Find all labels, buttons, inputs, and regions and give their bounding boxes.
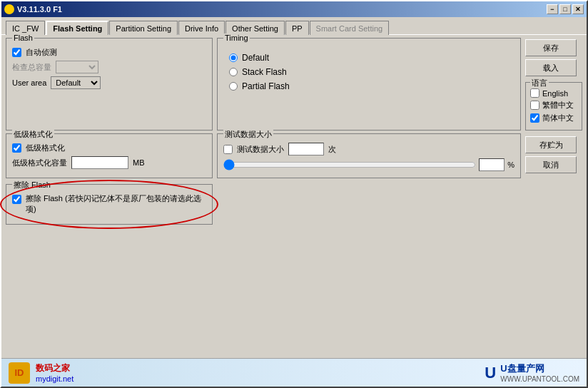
check-total-dropdown xyxy=(56,61,98,73)
lowformat-label: 低级格式化 xyxy=(26,143,65,153)
lang-simp-label: 简体中文 xyxy=(542,113,574,123)
tab-flash-setting[interactable]: Flash Setting xyxy=(46,21,108,35)
title-bar-title: V3.11.3.0 F1 xyxy=(4,4,62,14)
footer-right-info: U xyxy=(485,364,496,382)
upper-section: Flash 自动侦测 检查总容量 User area Default xyxy=(6,38,521,131)
testdata-input[interactable] xyxy=(288,143,324,155)
footer-left: ID 数码之家 mydigit.net xyxy=(9,362,74,384)
footer-right-text-block: U盘量产网 WWW.UPANTOOL.COM xyxy=(500,362,579,383)
footer-right-site: U盘量产网 xyxy=(500,362,579,375)
timing-stack-radio[interactable] xyxy=(229,68,238,76)
timing-partial-radio[interactable] xyxy=(229,82,238,91)
user-area-label: User area xyxy=(12,78,46,87)
footer-right-logo: U xyxy=(485,364,496,382)
testdata-checkbox-row: 测试数据大小 次 xyxy=(223,143,514,155)
erase-checkbox[interactable] xyxy=(12,195,21,204)
erase-section: 擦除 Flash 擦除 Flash (若快闪记忆体不是原厂包装的请选此选项) xyxy=(6,184,213,225)
app-icon xyxy=(4,4,14,14)
close-button[interactable]: ✕ xyxy=(572,4,584,14)
language-groupbox: 语言 English 繁體中文 简体中文 xyxy=(525,82,582,131)
tab-pp[interactable]: PP xyxy=(285,21,309,35)
title-bar: V3.11.3.0 F1 − □ ✕ xyxy=(1,1,587,17)
timing-default-row: Default xyxy=(229,53,514,63)
footer-right: U U盘量产网 WWW.UPANTOOL.COM xyxy=(485,362,579,383)
save-button[interactable]: 保存 xyxy=(525,39,577,56)
slider-row: % xyxy=(223,158,514,171)
lowformat-group-title: 低级格式化 xyxy=(12,129,54,140)
testdata-checkbox[interactable] xyxy=(223,145,233,154)
timing-stack-label: Stack Flash xyxy=(242,67,287,77)
testdata-group-title: 测试数据大小 xyxy=(223,129,273,140)
cancel-button[interactable]: 取消 xyxy=(525,156,577,173)
maximize-button[interactable]: □ xyxy=(559,4,571,14)
footer-site-info: 数码之家 mydigit.net xyxy=(36,362,74,383)
lowformat-groupbox: 低级格式化 低级格式化 低级格式化容量 MB xyxy=(6,133,213,178)
title-bar-buttons: − □ ✕ xyxy=(547,4,584,14)
testdata-times-label: 次 xyxy=(328,144,336,155)
flash-groupbox: Flash 自动侦测 检查总容量 User area Default xyxy=(6,38,213,131)
tab-partition-setting[interactable]: Partition Setting xyxy=(109,21,178,35)
auto-detect-checkbox[interactable] xyxy=(12,48,21,57)
tab-smart-card: Smart Card Setting xyxy=(310,21,390,35)
lowformat-capacity-input[interactable] xyxy=(71,156,128,169)
timing-partial-label: Partial Flash xyxy=(242,81,290,91)
save-as-button[interactable]: 存贮为 xyxy=(525,136,577,153)
erase-group-title: 擦除 Flash xyxy=(12,180,52,190)
side-panel: 保存 载入 语言 English 繁體中文 简体中文 存贮为 取消 xyxy=(525,38,582,355)
lang-english-label: English xyxy=(542,89,568,98)
testdata-label: 测试数据大小 xyxy=(237,144,284,155)
lang-english-row: English xyxy=(530,88,579,98)
testdata-slider[interactable] xyxy=(223,159,476,170)
tab-other-setting[interactable]: Other Setting xyxy=(225,21,285,35)
timing-stack-row: Stack Flash xyxy=(229,67,514,77)
main-panel: Flash 自动侦测 检查总容量 User area Default xyxy=(6,38,521,355)
footer-right-url: WWW.UPANTOOL.COM xyxy=(500,375,579,383)
window-title: V3.11.3.0 F1 xyxy=(17,5,62,14)
timing-partial-row: Partial Flash xyxy=(229,81,514,91)
testdata-groupbox: 测试数据大小 测试数据大小 次 % xyxy=(217,133,521,178)
footer-site-sub: mydigit.net xyxy=(36,374,74,383)
load-button[interactable]: 载入 xyxy=(525,59,577,76)
check-total-row: 检查总容量 xyxy=(12,61,206,73)
erase-checkbox-row: 擦除 Flash (若快闪记忆体不是原厂包装的请选此选项) xyxy=(12,193,206,215)
minimize-button[interactable]: − xyxy=(547,4,558,14)
lang-simp-checkbox[interactable] xyxy=(530,113,539,123)
footer-logo-icon: ID xyxy=(15,367,24,378)
timing-radio-group: Default Stack Flash Partial Flash xyxy=(223,47,514,94)
lowformat-unit-label: MB xyxy=(133,158,145,167)
lang-trad-label: 繁體中文 xyxy=(542,100,574,111)
tabs-bar: IC _FW Flash Setting Partition Setting D… xyxy=(1,17,587,34)
flash-group-title: Flash xyxy=(12,34,34,42)
testdata-percent-label: % xyxy=(507,160,514,169)
lang-trad-checkbox[interactable] xyxy=(530,101,539,110)
auto-detect-label: 自动侦测 xyxy=(26,47,57,58)
erase-label: 擦除 Flash (若快闪记忆体不是原厂包装的请选此选项) xyxy=(26,193,206,215)
erase-groupbox: 擦除 Flash 擦除 Flash (若快闪记忆体不是原厂包装的请选此选项) xyxy=(6,184,213,225)
footer-site-name: 数码之家 xyxy=(36,362,74,374)
language-group-title: 语言 xyxy=(530,78,549,88)
lang-english-checkbox[interactable] xyxy=(530,88,539,98)
timing-group-title: Timing xyxy=(223,34,250,42)
tab-drive-info[interactable]: Drive Info xyxy=(178,21,225,35)
lowformat-capacity-label: 低级格式化容量 xyxy=(12,158,67,168)
tab-ic-fw[interactable]: IC _FW xyxy=(6,21,45,35)
testdata-percent-input[interactable] xyxy=(479,158,505,171)
footer-bar: ID 数码之家 mydigit.net U U盘量产网 WWW.UPANTOOL… xyxy=(1,358,587,387)
user-area-dropdown[interactable]: Default xyxy=(51,76,101,89)
lang-simp-row: 简体中文 xyxy=(530,113,579,123)
lowformat-capacity-row: 低级格式化容量 MB xyxy=(12,156,206,169)
middle-section: 低级格式化 低级格式化 低级格式化容量 MB 测试数据大小 xyxy=(6,133,521,178)
timing-default-radio[interactable] xyxy=(229,53,238,62)
content-area: Flash 自动侦测 检查总容量 User area Default xyxy=(1,34,587,358)
lowformat-checkbox[interactable] xyxy=(12,143,21,153)
user-area-row: User area Default xyxy=(12,76,206,89)
main-window: V3.11.3.0 F1 − □ ✕ IC _FW Flash Setting … xyxy=(0,0,588,388)
lang-trad-row: 繁體中文 xyxy=(530,100,579,111)
check-total-label: 检查总容量 xyxy=(12,62,51,73)
timing-default-label: Default xyxy=(242,53,269,63)
footer-logo-box: ID xyxy=(9,362,30,384)
lowformat-checkbox-row: 低级格式化 xyxy=(12,143,206,153)
timing-groupbox: Timing Default Stack Flash Partial Fl xyxy=(217,38,521,131)
auto-detect-row: 自动侦测 xyxy=(12,47,206,58)
